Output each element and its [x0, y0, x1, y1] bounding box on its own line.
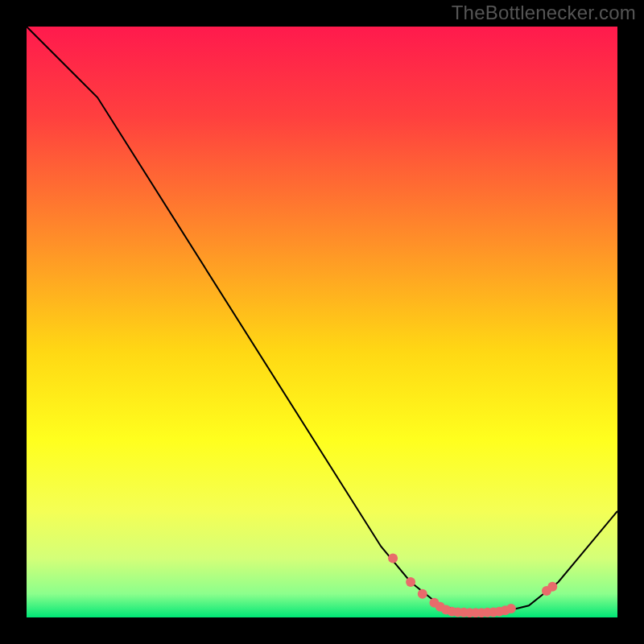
watermark-text: TheBottlenecker.com: [452, 2, 636, 24]
data-marker: [388, 554, 398, 564]
chart-frame: TheBottlenecker.com: [0, 0, 644, 644]
data-marker: [406, 577, 415, 587]
chart-svg: [27, 27, 617, 617]
plot-area: [27, 27, 617, 617]
data-marker: [547, 582, 557, 592]
data-marker: [506, 604, 516, 613]
data-marker: [418, 589, 427, 599]
gradient-background: [27, 27, 617, 617]
